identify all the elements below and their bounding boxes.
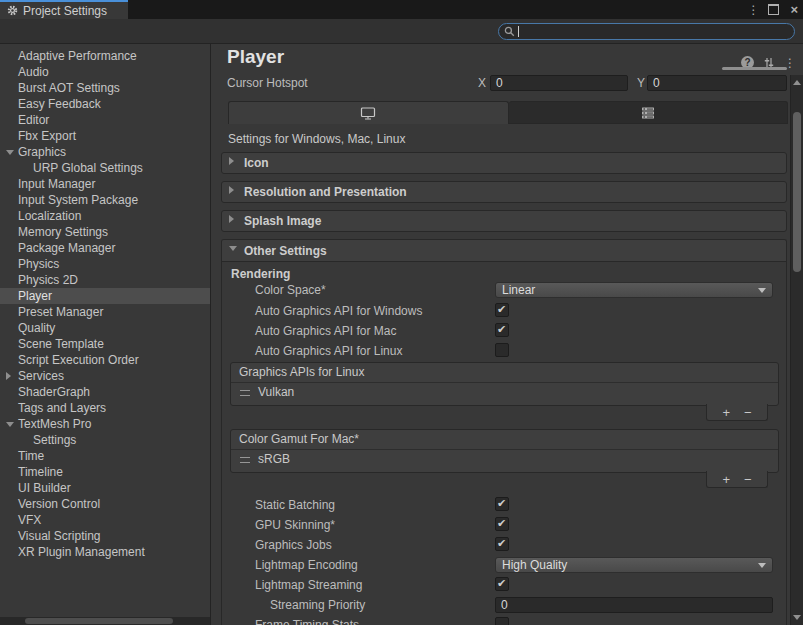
sidebar-item-adaptive-performance[interactable]: Adaptive Performance — [0, 48, 210, 64]
graphics-jobs-label: Graphics Jobs — [255, 537, 332, 553]
list-header: Color Gamut For Mac* — [231, 430, 778, 450]
lightmap-encoding-dropdown[interactable]: High Quality — [495, 557, 773, 573]
add-item-button[interactable]: + — [722, 473, 730, 486]
foldout-closed-icon[interactable] — [229, 186, 234, 194]
panel-menu-icon[interactable] — [784, 58, 794, 68]
section-icon[interactable]: Icon — [221, 152, 787, 174]
color-space-dropdown[interactable]: Linear — [495, 282, 773, 298]
sidebar-item-services[interactable]: Services — [0, 368, 210, 384]
search-input[interactable] — [522, 25, 789, 38]
sidebar-item-time[interactable]: Time — [0, 448, 210, 464]
sidebar-item-version-control[interactable]: Version Control — [0, 496, 210, 512]
sidebar-item-physics[interactable]: Physics — [0, 256, 210, 272]
sidebar-item-fbx-export[interactable]: Fbx Export — [0, 128, 210, 144]
cursor-hotspot-y-field[interactable] — [647, 75, 787, 91]
frame-timing-stats-checkbox[interactable] — [495, 617, 509, 625]
lightmap-encoding-label: Lightmap Encoding — [255, 557, 358, 573]
project-settings-tab[interactable]: Project Settings — [0, 0, 128, 19]
list-footer: + − — [706, 404, 768, 421]
streaming-priority-label: Streaming Priority — [270, 597, 365, 613]
streaming-priority-field[interactable] — [495, 597, 773, 613]
foldout-open-icon[interactable] — [6, 150, 14, 155]
sidebar-item-visual-scripting[interactable]: Visual Scripting — [0, 528, 210, 544]
main-vertical-scrollbar[interactable] — [790, 75, 803, 625]
foldout-open-icon[interactable] — [6, 422, 14, 427]
sidebar-item-urp-global-settings[interactable]: URP Global Settings — [0, 160, 210, 176]
remove-item-button[interactable]: − — [744, 406, 752, 419]
sidebar-item-easy-feedback[interactable]: Easy Feedback — [0, 96, 210, 112]
sidebar-item-xr-plugin-management[interactable]: XR Plugin Management — [0, 544, 210, 560]
auto-graphics-api-mac-checkbox[interactable] — [495, 323, 509, 337]
sidebar-item-ui-builder[interactable]: UI Builder — [0, 480, 210, 496]
static-batching-label: Static Batching — [255, 497, 335, 513]
sidebar-item-graphics[interactable]: Graphics — [0, 144, 210, 160]
sidebar-item-localization[interactable]: Localization — [0, 208, 210, 224]
list-item-srgb[interactable]: sRGB — [231, 450, 778, 469]
player-settings-panel: Player Cursor Hotspot X Y — [212, 44, 803, 625]
monitor-icon — [360, 107, 376, 120]
window-menu-icon[interactable] — [747, 5, 757, 15]
sidebar-item-scene-template[interactable]: Scene Template — [0, 336, 210, 352]
static-batching-checkbox[interactable] — [495, 497, 509, 511]
auto-graphics-api-windows-label: Auto Graphics API for Windows — [255, 303, 422, 319]
gpu-skinning-checkbox[interactable] — [495, 517, 509, 531]
sidebar-horizontal-scrollbar[interactable] — [0, 617, 210, 625]
auto-graphics-api-linux-checkbox[interactable] — [495, 343, 509, 357]
server-stack-icon — [641, 107, 655, 119]
color-gamut-for-mac-list: Color Gamut For Mac* sRGB — [230, 429, 779, 473]
mini-scrollbar[interactable] — [722, 67, 787, 70]
remove-item-button[interactable]: − — [744, 473, 752, 486]
sidebar-item-editor[interactable]: Editor — [0, 112, 210, 128]
list-footer: + − — [706, 471, 768, 488]
list-item-vulkan[interactable]: Vulkan — [231, 383, 778, 402]
maximize-icon[interactable] — [768, 4, 779, 15]
lightmap-streaming-checkbox[interactable] — [495, 577, 509, 591]
tab-desktop-platform[interactable] — [228, 101, 509, 124]
auto-graphics-api-windows-checkbox[interactable] — [495, 303, 509, 317]
color-space-label: Color Space* — [255, 282, 326, 298]
scroll-down-icon[interactable] — [793, 615, 801, 620]
cursor-hotspot-x-field[interactable] — [490, 75, 628, 91]
foldout-open-icon[interactable] — [229, 246, 237, 251]
sidebar-item-tags-and-layers[interactable]: Tags and Layers — [0, 400, 210, 416]
drag-handle-icon[interactable] — [240, 390, 250, 396]
sidebar-item-physics-2d[interactable]: Physics 2D — [0, 272, 210, 288]
section-resolution-and-presentation[interactable]: Resolution and Presentation — [221, 181, 787, 203]
sidebar-item-burst-aot-settings[interactable]: Burst AOT Settings — [0, 80, 210, 96]
scrollbar-thumb[interactable] — [25, 618, 173, 624]
toolbar — [0, 19, 803, 44]
sidebar-item-package-manager[interactable]: Package Manager — [0, 240, 210, 256]
section-splash-image[interactable]: Splash Image — [221, 210, 787, 232]
sidebar-item-script-execution-order[interactable]: Script Execution Order — [0, 352, 210, 368]
foldout-closed-icon[interactable] — [6, 372, 11, 380]
sidebar-item-audio[interactable]: Audio — [0, 64, 210, 80]
foldout-closed-icon[interactable] — [229, 215, 234, 223]
sidebar-item-preset-manager[interactable]: Preset Manager — [0, 304, 210, 320]
settings-category-sidebar: Adaptive Performance Audio Burst AOT Set… — [0, 44, 211, 625]
title-bar: Project Settings — [0, 0, 803, 19]
sidebar-item-input-system-package[interactable]: Input System Package — [0, 192, 210, 208]
scroll-up-icon[interactable] — [793, 80, 801, 85]
sidebar-item-input-manager[interactable]: Input Manager — [0, 176, 210, 192]
add-item-button[interactable]: + — [722, 406, 730, 419]
drag-handle-icon[interactable] — [240, 457, 250, 463]
frame-timing-stats-label: Frame Timing Stats — [255, 617, 359, 625]
scrollbar-thumb[interactable] — [793, 112, 801, 272]
search-icon[interactable] — [504, 26, 515, 37]
sidebar-item-shadergraph[interactable]: ShaderGraph — [0, 384, 210, 400]
foldout-closed-icon[interactable] — [229, 157, 234, 165]
sidebar-item-quality[interactable]: Quality — [0, 320, 210, 336]
sidebar-item-textmesh-pro-settings[interactable]: Settings — [0, 432, 210, 448]
sidebar-item-memory-settings[interactable]: Memory Settings — [0, 224, 210, 240]
sidebar-item-player[interactable]: Player — [0, 288, 210, 304]
tab-dedicated-server-platform[interactable] — [509, 101, 789, 124]
close-icon[interactable] — [790, 3, 798, 16]
sidebar-item-timeline[interactable]: Timeline — [0, 464, 210, 480]
graphics-jobs-checkbox[interactable] — [495, 537, 509, 551]
rendering-group-heading: Rendering — [231, 266, 290, 282]
search-field[interactable] — [498, 23, 795, 40]
sidebar-item-textmesh-pro[interactable]: TextMesh Pro — [0, 416, 210, 432]
section-other-settings-header[interactable]: Other Settings — [222, 240, 786, 262]
section-other-settings: Other Settings Rendering Color Space* Li… — [221, 239, 787, 625]
sidebar-item-vfx[interactable]: VFX — [0, 512, 210, 528]
